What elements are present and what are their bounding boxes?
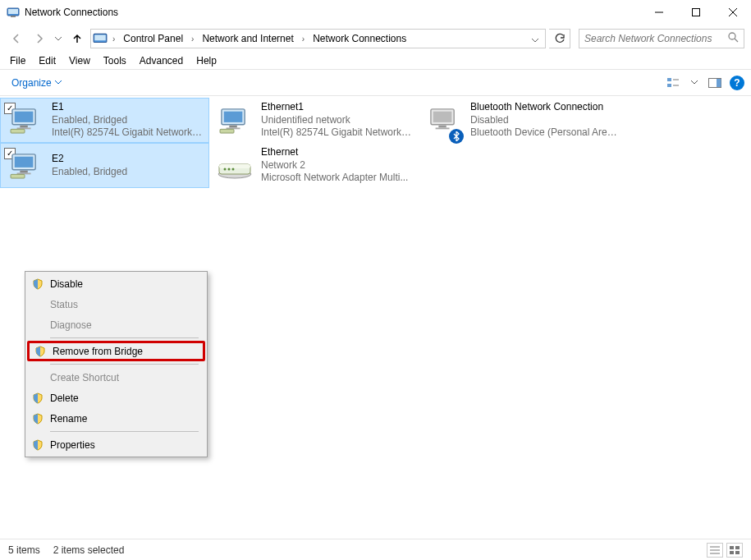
svg-rect-28 — [433, 111, 452, 122]
connection-item[interactable]: Bluetooth Network Connection Disabled Bl… — [419, 98, 628, 143]
view-dropdown[interactable] — [689, 73, 700, 93]
menu-advanced[interactable]: Advanced — [133, 53, 190, 68]
svg-point-40 — [228, 168, 231, 170]
address-dropdown[interactable] — [527, 31, 543, 46]
titlebar: Network Connections — [0, 0, 751, 25]
menu-help[interactable]: Help — [190, 53, 223, 68]
details-view-button[interactable] — [707, 543, 723, 558]
connection-status: Disabled — [470, 114, 622, 127]
refresh-button[interactable] — [549, 29, 570, 48]
svg-point-9 — [729, 33, 735, 39]
svg-rect-47 — [730, 551, 734, 554]
connection-name: E2 — [52, 153, 127, 166]
router-icon — [217, 158, 251, 192]
connection-item[interactable]: Ethernet Network 2 Microsoft Network Ada… — [209, 143, 419, 188]
content-area: ✓ E1 Enabled, Bridged Intel(R) 82574L Gi… — [0, 96, 751, 554]
svg-rect-30 — [436, 127, 450, 129]
chevron-right-icon[interactable]: › — [109, 34, 118, 44]
connection-device: Microsoft Network Adapter Multi... — [261, 172, 408, 185]
svg-rect-45 — [730, 546, 734, 549]
chevron-right-icon[interactable]: › — [188, 34, 197, 44]
shield-icon — [32, 413, 44, 425]
close-button[interactable] — [714, 0, 751, 25]
maximize-button[interactable] — [677, 0, 714, 25]
connection-item[interactable]: ✓ E1 Enabled, Bridged Intel(R) 82574L Gi… — [0, 98, 209, 143]
network-adapter-icon — [218, 108, 253, 142]
svg-rect-32 — [15, 156, 34, 167]
svg-rect-11 — [667, 78, 671, 81]
ctx-disable[interactable]: Disable — [27, 273, 205, 294]
ctx-disable-label: Disable — [50, 278, 83, 290]
menu-tools[interactable]: Tools — [97, 53, 133, 68]
svg-line-10 — [735, 39, 738, 42]
shield-icon — [34, 346, 46, 357]
toolbar: Organize ? — [0, 70, 751, 96]
svg-rect-35 — [11, 174, 25, 178]
back-button[interactable] — [7, 29, 26, 48]
ctx-delete[interactable]: Delete — [27, 388, 205, 408]
ctx-rename-label: Rename — [50, 413, 87, 425]
ctx-rename[interactable]: Rename — [27, 408, 205, 429]
svg-rect-38 — [219, 164, 250, 168]
ctx-remove-from-bridge[interactable]: Remove from Bridge — [27, 341, 205, 361]
search-input[interactable] — [584, 33, 727, 44]
menu-view[interactable]: View — [62, 53, 97, 68]
svg-rect-24 — [229, 125, 236, 127]
connection-name: Ethernet — [261, 146, 408, 159]
svg-rect-29 — [438, 125, 446, 127]
recent-dropdown[interactable] — [53, 29, 64, 48]
breadcrumb-control-panel[interactable]: Control Panel — [120, 31, 186, 46]
breadcrumb-network-internet[interactable]: Network and Internet — [199, 31, 296, 46]
connection-item[interactable]: Ethernet1 Unidentified network Intel(R) … — [209, 98, 419, 143]
breadcrumb-network-connections[interactable]: Network Connections — [309, 31, 410, 46]
view-options-button[interactable] — [664, 73, 684, 93]
svg-rect-33 — [20, 170, 27, 172]
connection-item[interactable]: ✓ E2 Enabled, Bridged — [0, 143, 209, 188]
connection-status: Enabled, Bridged — [52, 114, 204, 127]
svg-rect-26 — [220, 129, 234, 133]
chevron-down-icon — [55, 80, 62, 85]
ctx-diagnose-label: Diagnose — [50, 319, 92, 331]
minimize-button[interactable] — [640, 0, 677, 25]
svg-rect-23 — [224, 111, 243, 122]
svg-rect-12 — [667, 84, 671, 87]
connection-device: Bluetooth Device (Personal Area ... — [470, 126, 622, 140]
svg-rect-16 — [717, 79, 721, 87]
svg-rect-1 — [8, 9, 18, 14]
search-icon[interactable] — [727, 31, 739, 46]
connection-status: Enabled, Bridged — [52, 166, 127, 179]
ctx-status-label: Status — [50, 299, 78, 310]
help-button[interactable]: ? — [730, 76, 744, 90]
network-adapter-icon — [9, 108, 44, 142]
svg-rect-46 — [735, 546, 740, 549]
svg-rect-8 — [94, 35, 106, 41]
window-icon — [7, 6, 20, 19]
shield-icon — [32, 278, 44, 290]
tiles-view-button[interactable] — [726, 543, 743, 558]
separator — [50, 431, 199, 432]
svg-rect-48 — [735, 551, 740, 554]
organize-button[interactable]: Organize — [7, 75, 66, 91]
shield-icon — [32, 392, 44, 404]
connection-name: Bluetooth Network Connection — [470, 101, 622, 114]
bluetooth-icon — [449, 129, 464, 144]
network-adapter-icon — [9, 153, 44, 187]
breadcrumb-bar[interactable]: › Control Panel › Network and Internet ›… — [90, 29, 546, 48]
up-button[interactable] — [67, 29, 87, 48]
menu-edit[interactable]: Edit — [32, 53, 62, 68]
menu-file[interactable]: File — [3, 53, 32, 68]
connection-name: E1 — [52, 101, 204, 114]
forward-button[interactable] — [30, 29, 49, 48]
ctx-properties[interactable]: Properties — [27, 434, 205, 455]
preview-pane-button[interactable] — [705, 73, 725, 93]
statusbar: 5 items 2 items selected — [0, 539, 751, 560]
svg-rect-19 — [20, 125, 27, 127]
context-menu: Disable Status Diagnose Remove from Brid… — [25, 271, 208, 457]
chevron-right-icon[interactable]: › — [299, 34, 308, 44]
location-icon — [93, 31, 108, 46]
separator — [50, 337, 199, 338]
ctx-delete-label: Delete — [50, 392, 79, 404]
ctx-status: Status — [27, 294, 205, 314]
search-box[interactable] — [579, 29, 744, 48]
connections-grid: ✓ E1 Enabled, Bridged Intel(R) 82574L Gi… — [0, 98, 751, 188]
